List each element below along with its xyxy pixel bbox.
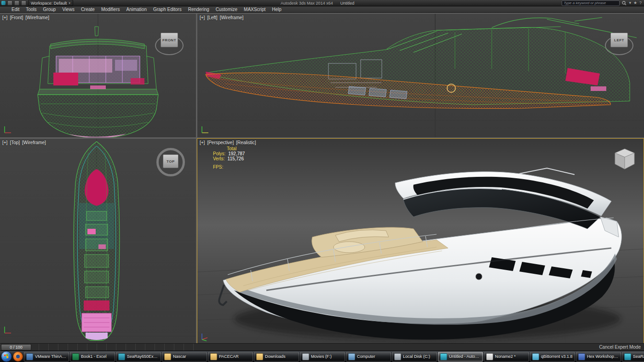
taskbar-item-qbittorrent[interactable]: qBittorrent v3.1.8 [530, 352, 575, 362]
viewcube-face[interactable]: FRONT [161, 33, 178, 47]
viewport-top[interactable]: [+][Top][Wireframe] [0, 139, 196, 344]
viewcube-left[interactable]: LEFT [604, 28, 634, 55]
viewport-top-label: [+][Top][Wireframe] [2, 140, 48, 145]
vmware-icon [26, 353, 33, 360]
viewport-area: [+][Front][Wireframe] [0, 13, 644, 351]
qbittorrent-icon [532, 353, 539, 360]
stats-total-label: Total [227, 146, 236, 151]
save-file-icon[interactable] [21, 0, 26, 6]
favorites-icon[interactable]: ★ [633, 1, 637, 5]
viewport-menu-pov[interactable]: [Top] [10, 140, 20, 145]
viewport-perspective[interactable]: [+][Perspective][Realistic] Total Polys:… [197, 139, 644, 344]
folder-icon [256, 353, 263, 360]
folder-icon [210, 353, 217, 360]
viewcube-face[interactable]: LEFT [610, 33, 628, 47]
3dsmax-window: Workspace: Default ▾ Autodesk 3ds Max 20… [0, 0, 644, 362]
taskbar-item-excel[interactable]: Book1 - Excel [70, 352, 115, 362]
menu-tools[interactable]: Tools [23, 6, 40, 12]
titlebar: Workspace: Default ▾ Autodesk 3ds Max 20… [0, 0, 644, 6]
taskbar-item-pacecar[interactable]: PACECAR [208, 352, 253, 362]
left-viewport-model[interactable] [197, 14, 644, 137]
folder-icon [164, 353, 171, 360]
computer-icon [348, 353, 355, 360]
start-button[interactable] [1, 351, 12, 362]
3dsmax-icon [440, 353, 447, 360]
viewport-menu-shading[interactable]: [Realistic] [236, 140, 256, 145]
search-icon[interactable] [622, 1, 627, 6]
search-input[interactable] [562, 0, 620, 6]
infocenter: ▾ ★ ? [562, 0, 642, 6]
menu-animation[interactable]: Animation [123, 6, 150, 12]
workspace-label: Workspace: Default [31, 1, 67, 6]
axis-tripod [200, 124, 210, 135]
time-slider-track[interactable]: 0 / 100 [0, 344, 196, 351]
viewport-front[interactable]: [+][Front][Wireframe] [0, 14, 196, 137]
taskbar-item-3dsmax-active[interactable]: Untitled - Autode... [438, 352, 483, 362]
stats-fps-label: FPS: [213, 164, 223, 170]
viewcube-face[interactable]: TOP [163, 154, 178, 168]
axis-tripod [200, 331, 210, 341]
time-slider-handle[interactable]: 0 / 100 [1, 344, 31, 351]
app-title: Autodesk 3ds Max 2014 x64 [281, 1, 333, 6]
viewport-menu-shading[interactable]: [Wireframe] [22, 140, 46, 145]
menu-group[interactable]: Group [40, 6, 59, 12]
drive-icon [302, 353, 309, 360]
workspace-dropdown[interactable]: Workspace: Default ▾ [28, 0, 73, 6]
viewport-menu-general[interactable]: [+] [2, 140, 7, 145]
new-scene-icon[interactable] [7, 0, 12, 6]
viewport-menu-pov[interactable]: [Perspective] [207, 140, 234, 145]
menu-customize[interactable]: Customize [213, 6, 241, 12]
taskbar-item-local-disk[interactable]: Local Disk (C:) [392, 352, 437, 362]
menu-create[interactable]: Create [78, 6, 98, 12]
viewcube-perspective[interactable] [612, 147, 637, 172]
viewcube-front[interactable]: FRONT [155, 28, 184, 55]
open-file-icon[interactable] [14, 0, 19, 6]
document-title: Untitled [340, 1, 355, 6]
viewport-menu-pov[interactable]: [Front] [10, 15, 23, 20]
menu-graph-editors[interactable]: Graph Editors [150, 6, 185, 12]
search-scope-dropdown-icon[interactable]: ▾ [629, 1, 631, 5]
3dsmax-file-icon [118, 353, 125, 360]
app-icon[interactable] [1, 1, 6, 5]
chevron-down-icon: ▾ [69, 1, 70, 5]
windows-logo-icon [4, 354, 8, 358]
viewport-menu-shading[interactable]: [Wireframe] [220, 15, 244, 20]
menu-modifiers[interactable]: Modifiers [98, 6, 123, 12]
hex-workshop-icon [578, 353, 585, 360]
taskbar-item-downloads[interactable]: Downloads [254, 352, 299, 362]
excel-icon [72, 353, 79, 360]
viewcube-top[interactable]: TOP [156, 148, 185, 176]
viewport-menu-shading[interactable]: [Wireframe] [25, 15, 49, 20]
taskbar-item-noname2[interactable]: Noname2 * [484, 352, 529, 362]
viewport-menu-general[interactable]: [+] [200, 140, 205, 145]
help-icon[interactable]: ? [639, 1, 642, 5]
perspective-viewport-model[interactable] [197, 139, 644, 344]
taskbar: VMware ThinApp... Book1 - Excel SeaRay65… [0, 351, 644, 362]
stats-polys-label: Polys: [213, 151, 225, 156]
taskbar-item-vmware[interactable]: VMware ThinApp... [24, 352, 69, 362]
stats-verts-label: Verts: [213, 156, 225, 161]
window-title: Autodesk 3ds Max 2014 x64 Untitled [75, 1, 560, 6]
viewport-menu-pov[interactable]: [Left] [207, 15, 217, 20]
viewport-statistics: Total Polys:192,787 Verts:115,726 FPS: [213, 146, 245, 170]
taskbar-item-searay-file[interactable]: SeaRay650Express... [116, 352, 161, 362]
viewport-menu-general[interactable]: [+] [200, 15, 205, 20]
menu-maxscript[interactable]: MAXScript [241, 6, 269, 12]
taskbar-item-searay-2[interactable]: SeaRay650Express... [622, 352, 644, 362]
3dsmax-icon [624, 353, 631, 360]
axis-tripod [3, 325, 13, 335]
menu-help[interactable]: Help [269, 6, 285, 12]
viewport-menu-general[interactable]: [+] [2, 15, 7, 20]
viewport-left[interactable]: [+][Left][Wireframe] [197, 14, 644, 137]
menu-edit[interactable]: Edit [8, 6, 23, 12]
bottom-strip: 0 / 100 Cancel Expert Mode [0, 343, 644, 351]
menu-views[interactable]: Views [59, 6, 78, 12]
cancel-expert-mode-button[interactable]: Cancel Expert Mode [599, 345, 641, 350]
menubar: Edit Tools Group Views Create Modifiers … [0, 6, 644, 13]
taskbar-item-nascar[interactable]: Nascar [162, 352, 207, 362]
menu-rendering[interactable]: Rendering [185, 6, 213, 12]
taskbar-item-movies[interactable]: Movies (F:) [300, 352, 345, 362]
taskbar-item-hex-workshop[interactable]: Hex Workshop - [... [576, 352, 621, 362]
firefox-icon[interactable] [13, 351, 23, 362]
taskbar-item-computer[interactable]: Computer [346, 352, 391, 362]
